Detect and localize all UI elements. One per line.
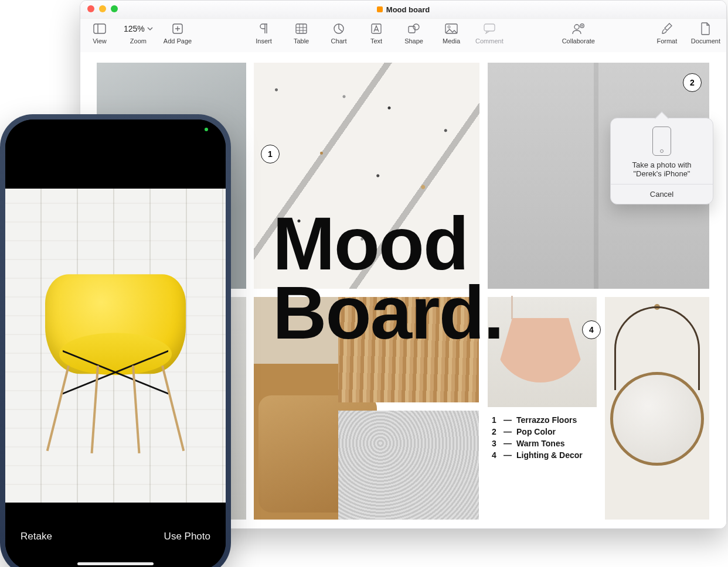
headline[interactable]: Mood Board. [273, 209, 503, 347]
headline-line-1: Mood [273, 209, 503, 278]
window-title-text: Mood board [386, 5, 430, 14]
document-button[interactable]: Document [691, 22, 720, 45]
table-button[interactable]: Table [288, 22, 315, 45]
document-icon [377, 6, 383, 12]
comment-icon [482, 22, 497, 35]
window-title: Mood board [377, 5, 430, 14]
legend[interactable]: 1—Terrazzo Floors 2—Pop Color 3—Warm Ton… [489, 414, 624, 461]
headline-line-2: Board. [273, 278, 503, 347]
toolbar-label: Shape [404, 37, 423, 45]
insert-button[interactable]: Insert [250, 22, 277, 45]
legend-row: 1—Terrazzo Floors [489, 414, 624, 426]
svg-point-15 [448, 26, 450, 28]
camera-preview[interactable] [5, 189, 226, 503]
minimize-button[interactable] [99, 5, 106, 12]
collaborate-button[interactable]: Collaborate [562, 22, 595, 45]
zoom-value: 125% [124, 24, 145, 33]
text-icon [369, 22, 384, 35]
shape-icon [406, 22, 421, 35]
callout-1[interactable]: 1 [261, 145, 280, 163]
sidebar-icon [92, 22, 107, 35]
table-icon [294, 22, 309, 35]
callout-4[interactable]: 4 [582, 320, 601, 339]
legend-label: Terrazzo Floors [516, 415, 577, 425]
paragraph-icon [256, 22, 271, 35]
image-tile[interactable] [605, 297, 709, 520]
iphone-notch [72, 119, 159, 137]
legend-label: Lighting & Decor [516, 450, 583, 460]
legend-row: 2—Pop Color [489, 426, 624, 438]
use-photo-button[interactable]: Use Photo [164, 531, 210, 542]
popover-cancel-button[interactable]: Cancel [611, 184, 713, 204]
toolbar-label: Text [370, 37, 382, 45]
image-tile[interactable] [338, 411, 479, 520]
close-button[interactable] [87, 5, 94, 12]
toolbar-label: Document [691, 37, 720, 45]
media-button[interactable]: Media [438, 22, 465, 45]
svg-rect-5 [296, 24, 307, 33]
legend-row: 3—Warm Tones [489, 438, 624, 449]
legend-row: 4—Lighting & Decor [489, 449, 624, 461]
toolbar-label: Collaborate [562, 37, 595, 45]
toolbar-label: Add Page [164, 37, 192, 45]
callout-2[interactable]: 2 [683, 73, 702, 92]
svg-rect-12 [409, 26, 415, 33]
svg-point-13 [413, 24, 419, 30]
popover-text-line-1: Take a photo with [618, 160, 706, 169]
add-page-button[interactable]: Add Page [164, 22, 192, 45]
toolbar-label: Comment [475, 37, 504, 45]
toolbar-label: Chart [331, 37, 347, 45]
pie-chart-icon [331, 22, 346, 35]
paintbrush-icon [659, 22, 675, 35]
continuity-camera-popover: Take a photo with "Derek's iPhone" Cance… [610, 118, 713, 204]
toolbar-label: Media [443, 37, 460, 45]
svg-rect-16 [484, 24, 495, 31]
image-icon [444, 22, 459, 35]
camera-indicator-icon [205, 128, 208, 131]
chart-button[interactable]: Chart [325, 22, 352, 45]
retake-button[interactable]: Retake [21, 531, 52, 542]
popover-text-line-2: "Derek's iPhone" [618, 169, 706, 178]
format-button[interactable]: Format [654, 22, 681, 45]
fullscreen-button[interactable] [111, 5, 118, 12]
chair-subject [39, 262, 192, 456]
svg-rect-0 [94, 24, 106, 33]
text-button[interactable]: Text [363, 22, 390, 45]
window-titlebar[interactable]: Mood board [80, 1, 726, 19]
iphone-device: Retake Use Photo [0, 114, 231, 567]
legend-label: Warm Tones [516, 439, 564, 448]
add-page-icon [170, 22, 185, 35]
home-indicator[interactable] [77, 562, 154, 565]
toolbar-label: Table [294, 37, 309, 45]
toolbar-label: Insert [256, 37, 272, 45]
legend-label: Pop Color [516, 427, 556, 436]
toolbar: View 125% Zoom Add Page [80, 19, 726, 56]
toolbar-label: Zoom [130, 37, 147, 45]
phone-outline-icon [652, 127, 671, 156]
zoom-selector[interactable]: 125% Zoom [124, 22, 153, 45]
shape-button[interactable]: Shape [400, 22, 427, 45]
toolbar-label: View [93, 37, 107, 45]
toolbar-label: Format [656, 37, 677, 45]
svg-point-17 [574, 25, 579, 29]
chevron-down-icon [147, 26, 153, 32]
collaborate-icon [571, 22, 586, 35]
comment-button: Comment [475, 22, 504, 45]
view-button[interactable]: View [86, 22, 113, 45]
window-controls [87, 5, 118, 12]
document-icon [698, 22, 713, 35]
image-tile[interactable] [488, 297, 597, 407]
